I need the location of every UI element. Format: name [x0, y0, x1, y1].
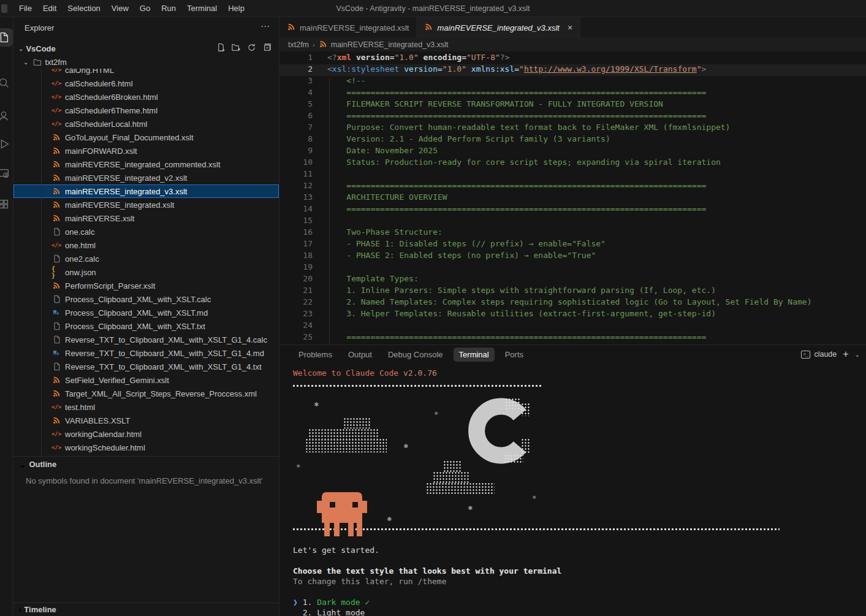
- file-item-calSchedulerLocal.html[interactable]: </>calSchedulerLocal.html: [13, 117, 279, 131]
- menu-help[interactable]: Help: [222, 0, 250, 17]
- claude-mascot-leg: [334, 523, 340, 536]
- file-item-Process_Clipboard_XML_with_XSLT.md[interactable]: M↓Process_Clipboard_XML_with_XSLT.md: [13, 306, 279, 319]
- menu-go[interactable]: Go: [134, 0, 156, 17]
- workspace-section-header[interactable]: ⌄ VsCode: [13, 42, 279, 55]
- file-item-VARIABLES.XSLT[interactable]: VARIABLES.XSLT: [13, 414, 279, 427]
- terminal-output[interactable]: Welcome to Claude Code v2.0.76 ✻ ✻ ✻ ✻ ✻…: [279, 363, 866, 616]
- file-item-Process_Clipboard_XML_with_XSLT.txt[interactable]: Process_Clipboard_XML_with_XSLT.txt: [13, 319, 279, 333]
- line-content: <?xml version="1.0" encoding="UTF-8"?>: [327, 51, 509, 63]
- menu-view[interactable]: View: [106, 0, 134, 17]
- panel-tab-problems[interactable]: Problems: [293, 348, 338, 362]
- vscode-window: FileEditSelectionViewGoRunTerminalHelp V…: [0, 0, 866, 616]
- explorer-title: Explorer: [25, 23, 54, 32]
- xsl-file-icon: [51, 214, 61, 222]
- explorer-more-icon[interactable]: ⋯: [260, 21, 270, 32]
- new-file-icon[interactable]: [216, 43, 226, 55]
- file-item-Target_XML_All_Script_Steps_Reverse_Proccess.xml[interactable]: Target_XML_All_Script_Steps_Reverse_Proc…: [13, 387, 279, 400]
- file-item-mainREVERSE_integrated_v3.xslt[interactable]: mainREVERSE_integrated_v3.xslt: [13, 184, 279, 198]
- terminal-icon: >_: [801, 351, 810, 359]
- file-item-workingScheduler.html[interactable]: </>workingScheduler.html: [13, 441, 279, 454]
- search-icon[interactable]: [0, 74, 13, 92]
- file-item-Process_Clipboard_XML_with_XSLT.calc[interactable]: Process_Clipboard_XML_with_XSLT.calc: [13, 292, 279, 306]
- file-item-one.html[interactable]: </>one.html: [13, 238, 279, 252]
- line-number: 3: [279, 75, 313, 86]
- theme-option-dark[interactable]: ❯ 1. Dark mode ✓: [293, 598, 370, 607]
- editor-tab-mainREVERSE_integrated_v3.xslt[interactable]: mainREVERSE_integrated_v3.xslt×: [417, 17, 580, 38]
- file-name: Process_Clipboard_XML_with_XSLT.txt: [65, 322, 205, 331]
- folder-row-txt2fm[interactable]: ⌄ txt2fm: [13, 55, 279, 69]
- file-item-one.calc[interactable]: one.calc: [13, 225, 279, 238]
- menu-file[interactable]: File: [13, 0, 37, 17]
- extensions-icon[interactable]: [0, 195, 13, 213]
- theme-option-light[interactable]: 2. Light mode: [293, 608, 365, 616]
- menu-selection[interactable]: Selection: [62, 0, 105, 17]
- refresh-icon[interactable]: [247, 43, 256, 55]
- file-item-one2.calc[interactable]: one2.calc: [13, 252, 279, 265]
- star-icon: ✻: [533, 494, 536, 500]
- close-icon[interactable]: ×: [568, 23, 572, 32]
- html-file-icon: </>: [51, 431, 61, 437]
- star-icon: ✻: [314, 400, 319, 408]
- file-item-calScheduler6Theme.html[interactable]: </>calScheduler6Theme.html: [13, 104, 279, 117]
- breadcrumb-file[interactable]: mainREVERSE_integrated_v3.xslt: [331, 40, 449, 49]
- breadcrumb[interactable]: txt2fm › mainREVERSE_integrated_v3.xslt: [279, 38, 866, 51]
- file-item-mainREVERSE_integrated_commented.xslt[interactable]: mainREVERSE_integrated_commented.xslt: [13, 158, 279, 171]
- code-editor[interactable]: 1<?xml version="1.0" encoding="UTF-8"?>2…: [279, 51, 866, 344]
- line-number: 8: [279, 133, 313, 145]
- line-number: 20: [279, 273, 313, 284]
- file-item-mainFORWARD.xslt[interactable]: mainFORWARD.xslt: [13, 144, 279, 158]
- file-item-workingCalendar.html[interactable]: </>workingCalendar.html: [13, 427, 279, 441]
- line-content: Date: November 2025: [327, 145, 438, 156]
- accounts-icon[interactable]: [0, 107, 13, 125]
- code-line-11: 11: [279, 168, 866, 180]
- claude-mascot-leg: [324, 523, 330, 536]
- breadcrumb-folder[interactable]: txt2fm: [288, 40, 309, 49]
- line-content: ========================================…: [327, 203, 706, 215]
- new-terminal-icon[interactable]: +: [843, 349, 848, 360]
- file-item-SetField_Verified_Gemini.xslt[interactable]: SetField_Verified_Gemini.xslt: [13, 373, 279, 387]
- bottom-panel: ProblemsOutputDebug ConsoleTerminalPorts…: [279, 344, 866, 616]
- new-folder-icon[interactable]: [232, 43, 241, 55]
- file-name: calScheduler6.html: [65, 79, 133, 88]
- run-debug-icon[interactable]: [0, 135, 13, 153]
- menu-edit[interactable]: Edit: [37, 0, 62, 17]
- file-name: Process_Clipboard_XML_with_XSLT.calc: [65, 295, 211, 304]
- panel-tab-ports[interactable]: Ports: [499, 348, 529, 362]
- line-content: <xsl:stylesheet version="1.0" xmlns:xsl=…: [327, 63, 706, 75]
- file-item-Reverse_TXT_to_Clipboard_XML_with_XSLT_G1_4.calc[interactable]: Reverse_TXT_to_Clipboard_XML_with_XSLT_G…: [13, 333, 279, 346]
- menu-terminal[interactable]: Terminal: [181, 0, 222, 17]
- outline-header[interactable]: ⌄ Outline: [13, 457, 279, 471]
- file-item-calScheduler6Broken.html[interactable]: </>calScheduler6Broken.html: [13, 90, 279, 104]
- cloud-art: [308, 428, 379, 439]
- file-item-PerformScript_Parser.xslt[interactable]: PerformScript_Parser.xslt: [13, 279, 279, 292]
- file-item-GoToLayout_Final_Documented.xslt[interactable]: GoToLayout_Final_Documented.xslt: [13, 131, 279, 144]
- file-item-mainREVERSE.xslt[interactable]: mainREVERSE.xslt: [13, 211, 279, 225]
- code-line-20: 20 Template Types:: [279, 273, 866, 284]
- remote-icon[interactable]: [0, 164, 13, 183]
- file-item-Reverse_TXT_to_Clipboard_XML_with_XSLT_G1_4.md[interactable]: M↓Reverse_TXT_to_Clipboard_XML_with_XSLT…: [13, 346, 279, 360]
- collapse-all-icon[interactable]: [262, 43, 272, 55]
- file-item-onw.json[interactable]: { }onw.json: [13, 265, 279, 279]
- files-icon[interactable]: [0, 28, 13, 47]
- terminal-instance-badge[interactable]: >_ claude: [801, 350, 837, 359]
- file-item-mainREVERSE_integrated.xslt[interactable]: mainREVERSE_integrated.xslt: [13, 198, 279, 211]
- file-item-calScheduler6.html[interactable]: </>calScheduler6.html: [13, 77, 279, 90]
- file-item-Reverse_TXT_to_Clipboard_XML_with_XSLT_G1_4.txt[interactable]: Reverse_TXT_to_Clipboard_XML_with_XSLT_G…: [13, 360, 279, 373]
- title-bar: FileEditSelectionViewGoRunTerminalHelp V…: [0, 0, 866, 17]
- file-item-mainREVERSE_integrated_v2.xslt[interactable]: mainREVERSE_integrated_v2.xslt: [13, 171, 279, 184]
- panel-tab-output[interactable]: Output: [343, 348, 378, 362]
- menu-run[interactable]: Run: [156, 0, 181, 17]
- panel-tab-terminal[interactable]: Terminal: [454, 348, 495, 362]
- chevron-down-icon[interactable]: ⌄: [855, 351, 860, 358]
- line-number: 14: [279, 203, 313, 215]
- code-line-7: 7 Purpose: Convert human-readable text f…: [279, 121, 866, 133]
- editor-tab-mainREVERSE_integrated.xslt[interactable]: mainREVERSE_integrated.xslt: [279, 17, 417, 38]
- panel-tab-debug-console[interactable]: Debug Console: [382, 348, 449, 362]
- timeline-section-header[interactable]: › Timeline: [13, 603, 279, 616]
- line-content: ========================================…: [327, 110, 706, 121]
- file-item-test.html[interactable]: </>test.html: [13, 400, 279, 414]
- line-number: 19: [279, 261, 313, 273]
- file-name: mainFORWARD.xslt: [65, 146, 137, 156]
- code-line-22: 22 2. Named Templates: Complex steps req…: [279, 296, 866, 308]
- outline-section: ⌄ Outline No symbols found in document '…: [13, 456, 279, 485]
